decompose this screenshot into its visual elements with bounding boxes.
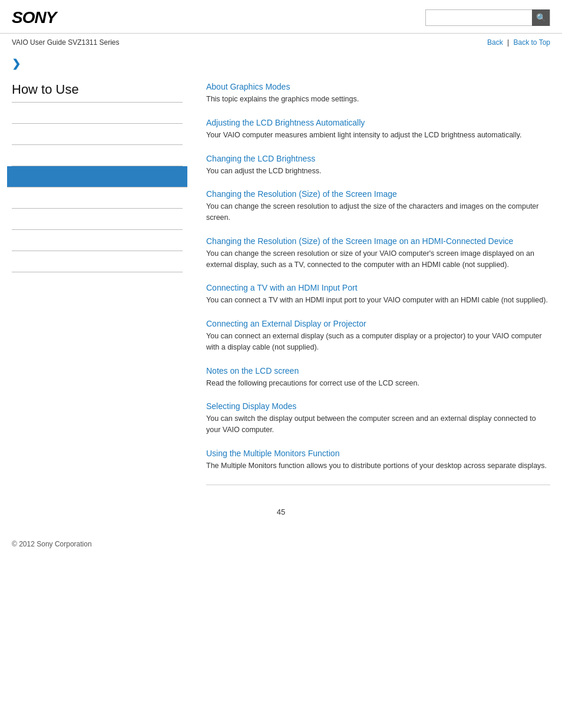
footer-page: 45 (0, 496, 562, 528)
topic-desc-6: You can connect an external display (suc… (206, 331, 550, 353)
topic-desc-7: Read the following precautions for corre… (206, 378, 550, 389)
topic-7: Notes on the LCD screen Read the followi… (206, 366, 550, 389)
topic-title-6[interactable]: Connecting an External Display or Projec… (206, 319, 550, 328)
copyright-text: © 2012 Sony Corporation (12, 540, 92, 548)
breadcrumb: ❯ (0, 51, 562, 70)
topic-8: Selecting Display Modes You can switch t… (206, 401, 550, 436)
nav-separator: | (507, 38, 509, 47)
topic-6: Connecting an External Display or Projec… (206, 319, 550, 353)
topic-title-4[interactable]: Changing the Resolution (Size) of the Sc… (206, 236, 550, 246)
topic-title-7[interactable]: Notes on the LCD screen (206, 366, 550, 375)
topic-2: Changing the LCD Brightness You can adju… (206, 154, 550, 177)
page-number: 45 (277, 508, 285, 516)
topic-3: Changing the Resolution (Size) of the Sc… (206, 189, 550, 223)
header: SONY 🔍 (0, 0, 562, 34)
sidebar: How to Use (12, 76, 183, 496)
nav-links: Back | Back to Top (487, 38, 550, 47)
topic-desc-2: You can adjust the LCD brightness. (206, 166, 550, 177)
topic-title-9[interactable]: Using the Multiple Monitors Function (206, 449, 550, 458)
topic-desc-5: You can connect a TV with an HDMI input … (206, 295, 550, 306)
sony-logo: SONY (12, 8, 56, 27)
topic-desc-9: The Multiple Monitors function allows yo… (206, 460, 550, 472)
sidebar-item-4[interactable] (12, 187, 183, 209)
search-button[interactable]: 🔍 (532, 9, 550, 26)
topic-title-5[interactable]: Connecting a TV with an HDMI Input Port (206, 283, 550, 292)
topic-5: Connecting a TV with an HDMI Input Port … (206, 283, 550, 306)
topic-desc-0: This topic explains the graphics mode se… (206, 94, 550, 105)
back-link[interactable]: Back (487, 38, 503, 47)
topic-1: Adjusting the LCD Brightness Automatical… (206, 118, 550, 141)
back-to-top-link[interactable]: Back to Top (514, 38, 550, 47)
topic-title-8[interactable]: Selecting Display Modes (206, 401, 550, 411)
sidebar-item-2[interactable] (12, 145, 183, 166)
sidebar-item-6[interactable] (12, 230, 183, 251)
topic-desc-4: You can change the screen resolution or … (206, 248, 550, 271)
topic-0: About Graphics Modes This topic explains… (206, 82, 550, 105)
chevron-icon: ❯ (12, 58, 21, 70)
search-input[interactable] (426, 14, 532, 22)
topic-desc-3: You can change the screen resolution to … (206, 201, 550, 223)
search-box: 🔍 (425, 9, 550, 26)
topic-desc-1: Your VAIO computer measures ambient ligh… (206, 130, 550, 141)
sidebar-item-5[interactable] (12, 209, 183, 230)
guide-title: VAIO User Guide SVZ1311 Series (12, 38, 120, 47)
topic-title-2[interactable]: Changing the LCD Brightness (206, 154, 550, 163)
content: About Graphics Modes This topic explains… (183, 76, 550, 496)
topic-title-3[interactable]: Changing the Resolution (Size) of the Sc… (206, 189, 550, 199)
topic-desc-8: You can switch the display output betwee… (206, 413, 550, 436)
content-divider (206, 485, 550, 485)
topic-9: Using the Multiple Monitors Function The… (206, 449, 550, 472)
sidebar-item-1[interactable] (12, 124, 183, 145)
topic-title-0[interactable]: About Graphics Modes (206, 82, 550, 91)
sub-header: VAIO User Guide SVZ1311 Series Back | Ba… (0, 34, 562, 51)
sidebar-item-7[interactable] (12, 251, 183, 272)
sidebar-item-0[interactable] (12, 103, 183, 124)
footer-copyright: © 2012 Sony Corporation (0, 528, 562, 566)
topic-title-1[interactable]: Adjusting the LCD Brightness Automatical… (206, 118, 550, 127)
sidebar-title: How to Use (12, 82, 183, 103)
search-icon: 🔍 (536, 13, 546, 22)
topic-4: Changing the Resolution (Size) of the Sc… (206, 236, 550, 271)
sidebar-item-3[interactable] (7, 166, 187, 187)
main-layout: How to Use About Graphics Modes This top… (0, 76, 562, 496)
